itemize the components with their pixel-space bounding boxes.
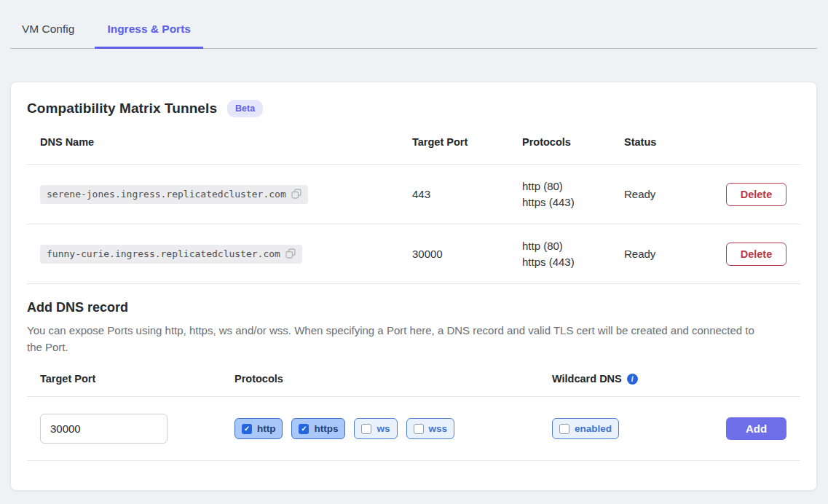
checkbox-icon (414, 424, 424, 434)
protocol-checkbox-wss[interactable]: wss (406, 418, 455, 439)
label-wildcard-dns: Wildcard DNS i (552, 373, 726, 385)
checkbox-icon (299, 424, 309, 434)
col-header-dns-name: DNS Name (40, 136, 412, 148)
add-button[interactable]: Add (726, 417, 786, 440)
divider (27, 283, 800, 284)
table-row: funny-curie.ingress.replicatedcluster.co… (27, 224, 800, 283)
add-dns-title: Add DNS record (27, 300, 800, 315)
card-title-row: Compatibility Matrix Tunnels Beta (27, 100, 800, 126)
tab-vm-config[interactable]: VM Config (22, 23, 74, 48)
col-header-protocols: Protocols (522, 136, 624, 148)
card-title: Compatibility Matrix Tunnels (27, 101, 217, 117)
table-header: DNS Name Target Port Protocols Status (27, 126, 800, 164)
target-port-value: 443 (412, 188, 522, 200)
dns-name-text: serene-jones.ingress.replicatedcluster.c… (47, 189, 286, 200)
protocol-checkbox-http[interactable]: http (234, 418, 283, 439)
table-body: serene-jones.ingress.replicatedcluster.c… (27, 165, 800, 284)
protocol-checkbox-ws[interactable]: ws (354, 418, 397, 439)
protocol-value: https (443) (522, 194, 624, 210)
checkbox-icon (242, 424, 252, 434)
beta-badge: Beta (227, 100, 263, 117)
col-header-target-port: Target Port (412, 136, 522, 148)
add-dns-description: You can expose Ports using http, https, … (27, 323, 762, 355)
dns-name-pill: serene-jones.ingress.replicatedcluster.c… (40, 185, 308, 204)
tab-ingress-ports[interactable]: Ingress & Ports (95, 23, 203, 49)
tunnels-card: Compatibility Matrix Tunnels Beta DNS Na… (10, 82, 817, 491)
table-row: serene-jones.ingress.replicatedcluster.c… (27, 165, 800, 224)
col-header-status: Status (624, 136, 726, 148)
dns-name-pill: funny-curie.ingress.replicatedcluster.co… (40, 245, 302, 264)
protocol-options: http https ws wss (234, 418, 552, 439)
delete-button[interactable]: Delete (726, 183, 786, 206)
copy-icon[interactable] (285, 248, 296, 259)
protocol-value: https (443) (522, 254, 624, 270)
checkbox-icon (361, 424, 371, 434)
protocol-value: http (80) (522, 178, 624, 194)
status-value: Ready (624, 188, 726, 200)
copy-icon[interactable] (291, 189, 301, 199)
add-dns-form-row: http https ws wss enabled Add (27, 397, 800, 460)
status-value: Ready (624, 248, 726, 260)
tab-bar: VM Config Ingress & Ports (10, 0, 817, 49)
target-port-input[interactable] (40, 414, 167, 444)
checkbox-icon (559, 424, 569, 434)
target-port-value: 30000 (412, 248, 522, 260)
protocol-value: http (80) (522, 238, 624, 254)
wildcard-enabled-checkbox[interactable]: enabled (552, 418, 619, 439)
label-protocols: Protocols (234, 373, 552, 385)
form-labels-row: Target Port Protocols Wildcard DNS i (27, 355, 800, 396)
delete-button[interactable]: Delete (726, 243, 786, 266)
info-icon[interactable]: i (627, 374, 638, 385)
label-target-port: Target Port (40, 373, 234, 385)
protocol-checkbox-https[interactable]: https (291, 418, 345, 439)
dns-name-text: funny-curie.ingress.replicatedcluster.co… (47, 248, 280, 259)
